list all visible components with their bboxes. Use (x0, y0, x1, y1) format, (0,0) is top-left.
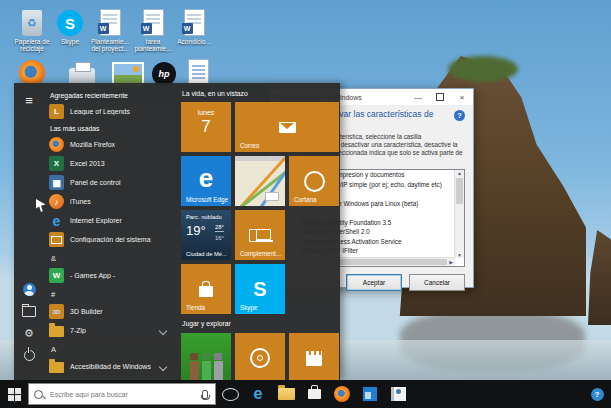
3d-builder-icon: 3D (49, 304, 64, 319)
desktop-icon-label: tarea planteamie... (131, 38, 175, 53)
word-document-icon: W (143, 9, 164, 36)
skype-icon: S (253, 278, 266, 301)
control-panel-icon: ▦ (49, 175, 64, 190)
power-button[interactable] (14, 344, 44, 366)
tile-phone-companion[interactable]: Complement... (235, 210, 285, 260)
firefox-icon (49, 137, 64, 152)
app-item-internet-explorer[interactable]: e Internet Explorer (44, 211, 174, 230)
tile-maps[interactable] (235, 156, 285, 206)
tile-microsoft-edge[interactable]: e Microsoft Edge (181, 156, 231, 206)
excel-icon: X (49, 156, 64, 171)
store-bag-icon (199, 286, 213, 297)
mail-icon (279, 122, 296, 133)
user-account-button[interactable] (14, 278, 44, 300)
task-view-button[interactable] (216, 380, 244, 408)
task-view-icon (222, 388, 239, 401)
scrollbar-thumb[interactable] (456, 178, 463, 204)
tray-help-icon[interactable]: ? (583, 380, 611, 408)
app-item-system-config[interactable]: Configuración del sistema (44, 230, 174, 249)
microphone-icon[interactable] (202, 390, 208, 399)
app-item-excel[interactable]: X Excel 2013 (44, 154, 174, 173)
app-item-3d-builder[interactable]: 3D 3D Builder (44, 302, 174, 321)
alpha-section-letter[interactable]: A (44, 340, 174, 357)
section-recently-added: Agregadas recientemente (44, 88, 174, 102)
scroll-up-icon[interactable]: ▲ (457, 170, 462, 176)
chevron-down-icon[interactable] (159, 326, 167, 334)
taskbar-getstarted[interactable] (384, 380, 412, 408)
devices-icon (249, 228, 271, 242)
tile-weather[interactable]: Parc. nublado 19° 28° 16° Ciudad de Mé..… (181, 210, 231, 260)
games-app-icon: W (49, 268, 64, 283)
app-item-itunes[interactable]: ♪ iTunes (44, 192, 174, 211)
hamburger-icon: ≡ (25, 96, 33, 106)
taskbar-search[interactable] (28, 383, 216, 405)
desktop-icon-printer[interactable] (60, 56, 104, 86)
tile-calendar[interactable]: lunes 7 (181, 102, 231, 152)
text-document-icon (188, 59, 209, 86)
taskbar-edge[interactable]: e (244, 380, 272, 408)
scroll-right-icon[interactable]: ▶ (449, 259, 455, 265)
firefox-icon (334, 386, 350, 402)
settings-button[interactable]: ⚙ (14, 322, 44, 344)
desktop-icon-doc3[interactable]: W Acondicio... (172, 6, 216, 45)
help-icon: ? (591, 388, 604, 401)
app-item-7zip[interactable]: 7-Zip (44, 321, 174, 340)
desktop-icon-skype[interactable]: S Skype (48, 6, 92, 45)
search-input[interactable] (48, 390, 197, 399)
close-button[interactable]: × (451, 89, 473, 105)
gear-icon: ⚙ (24, 327, 34, 340)
maximize-button[interactable] (429, 89, 451, 105)
scroll-down-icon[interactable]: ▼ (457, 252, 462, 258)
league-of-legends-icon: L (49, 104, 64, 119)
desktop-icon-doc2[interactable]: W tarea planteamie... (131, 6, 175, 53)
skype-icon: S (57, 10, 83, 36)
taskbar-firefox[interactable] (328, 380, 356, 408)
app-item-firefox[interactable]: Mozilla Firefox (44, 135, 174, 154)
taskbar-store[interactable] (300, 380, 328, 408)
desktop-icon-textdoc[interactable] (176, 56, 220, 86)
word-document-icon: W (184, 9, 205, 36)
edge-icon: e (199, 163, 213, 194)
tile-groove-music[interactable] (235, 333, 285, 380)
photos-icon (363, 387, 377, 401)
tile-minecraft[interactable] (181, 333, 231, 380)
ok-button[interactable]: Aceptar (346, 274, 402, 291)
edge-icon: e (254, 386, 263, 402)
help-icon[interactable]: ? (454, 110, 465, 121)
tile-cortana[interactable]: Cortana (289, 156, 339, 206)
app-item-control-panel[interactable]: ▦ Panel de control (44, 173, 174, 192)
desktop-icon-firefox[interactable] (10, 56, 54, 86)
hamburger-menu-button[interactable]: ≡ (14, 90, 44, 112)
tile-store[interactable]: Tienda (181, 264, 231, 314)
desktop-icon-doc1[interactable]: W Planteamie... del proyect... (88, 6, 132, 53)
system-config-icon (49, 232, 64, 247)
alpha-section-letter[interactable]: & (44, 249, 174, 266)
tile-movies-tv[interactable] (289, 333, 339, 380)
desktop-icon-label: Skype (48, 38, 92, 45)
documents-button[interactable] (14, 300, 44, 322)
start-button[interactable] (0, 380, 28, 408)
tile-mail[interactable]: Correo (235, 102, 339, 152)
folder-icon (49, 362, 64, 373)
taskbar-photos[interactable] (356, 380, 384, 408)
music-disc-icon (250, 348, 270, 368)
cancel-button[interactable]: Cancelar (409, 274, 465, 291)
tile-group-title: La vida, en un vistazo (182, 90, 248, 97)
start-menu-tiles: La vida, en un vistazo lunes 7 Correo e … (174, 83, 340, 380)
clapperboard-icon (306, 355, 322, 366)
desktop-icon-label: Acondicio... (172, 38, 216, 45)
vertical-scrollbar[interactable]: ▲ ▼ (454, 170, 464, 258)
tile-skype[interactable]: S Skype (235, 264, 285, 314)
tile-group-title: Jugar y explorar (182, 320, 231, 327)
minimize-button[interactable]: — (407, 89, 429, 105)
taskbar-file-explorer[interactable] (272, 380, 300, 408)
app-item-games-app[interactable]: W - Games App - (44, 266, 174, 285)
minecraft-characters-icon (181, 349, 231, 380)
folder-icon (49, 326, 64, 337)
start-menu-rail: ≡ ⚙ (14, 83, 44, 380)
chevron-down-icon[interactable] (159, 362, 167, 370)
desktop-icon-label: Planteamie... del proyect... (88, 38, 132, 53)
app-item-league-of-legends[interactable]: L League of Legends (44, 102, 174, 121)
alpha-section-letter[interactable]: # (44, 285, 174, 302)
app-item-windows-accessibility[interactable]: Accesibilidad de Windows (44, 357, 174, 376)
